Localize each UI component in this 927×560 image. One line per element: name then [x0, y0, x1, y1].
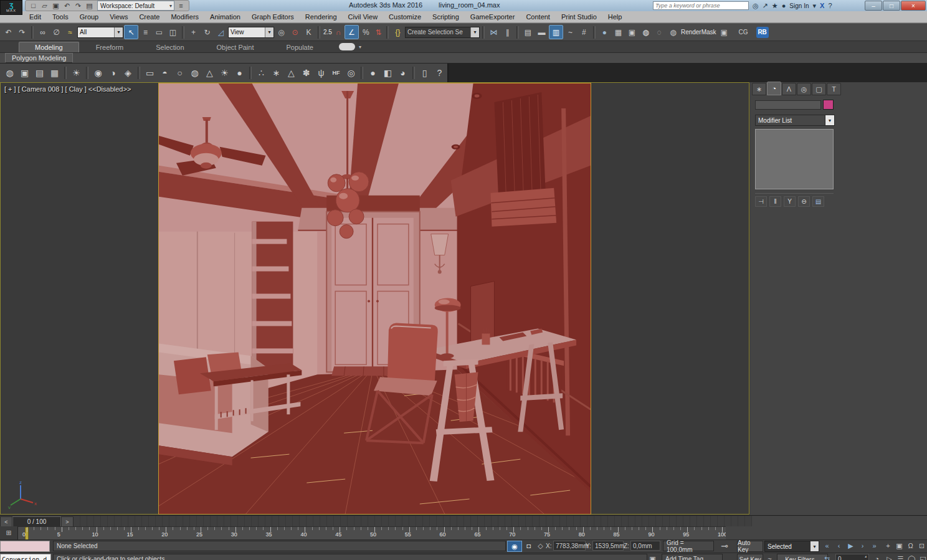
chevron-down-icon[interactable]: ▾ [470, 27, 479, 37]
menu-item-tools[interactable]: Tools [47, 13, 74, 21]
utilities-tab-icon[interactable]: T [827, 83, 841, 95]
x-coordinate-field[interactable]: 7783,38mm [553, 541, 586, 551]
exchange-icon[interactable]: X [820, 2, 824, 9]
rectangular-region-icon[interactable]: ▭ [153, 26, 166, 39]
viewport-canvas[interactable] [159, 83, 591, 514]
previous-frame-icon[interactable]: ‹ [834, 541, 844, 551]
time-slider-track[interactable] [74, 516, 752, 526]
tab-freeform[interactable]: Freeform [80, 42, 140, 52]
play-icon[interactable]: ▶ [845, 541, 856, 551]
menu-item-help[interactable]: Help [602, 13, 628, 21]
hierarchy-tab-icon[interactable]: Λ [782, 83, 796, 95]
stereo-camera-icon[interactable]: ◈ [121, 65, 135, 80]
bind-spacewarp-icon[interactable]: ≈ [64, 26, 77, 39]
selection-set-dropdown[interactable]: Selected ▾ [764, 541, 819, 552]
select-by-name-icon[interactable]: ≡ [139, 26, 152, 39]
go-to-end-icon[interactable]: » [869, 541, 880, 551]
dome-light-icon[interactable]: ◓ [158, 65, 172, 80]
align-icon[interactable]: ∥ [501, 26, 514, 39]
save-file-icon[interactable]: ▣ [51, 1, 60, 10]
camera-icon[interactable]: ◉ [91, 65, 105, 80]
zoom-extents-icon[interactable]: ▣ [894, 541, 905, 551]
add-time-tag[interactable]: Add Time Tag [662, 554, 723, 560]
max-logo-button[interactable]: Ʒ MAX [0, 0, 22, 15]
render-setup-icon[interactable]: ▦ [612, 26, 625, 39]
communication-icon[interactable]: ↗ [763, 2, 768, 10]
scene-explorer-icon[interactable]: ▥ [549, 25, 563, 39]
select-rotate-icon[interactable]: ↻ [201, 26, 214, 39]
exposure-icon[interactable]: ◑ [106, 65, 120, 80]
redo-icon[interactable]: ↷ [16, 26, 29, 39]
pin-stack-icon[interactable]: ⊣ [755, 196, 767, 207]
grass-icon[interactable]: ψ [314, 65, 328, 80]
pan-icon[interactable]: ☰ [895, 554, 906, 560]
field-of-view-icon[interactable]: Ω [905, 541, 916, 551]
display-tab-icon[interactable]: ▢ [812, 83, 826, 95]
chevron-down-icon[interactable]: ▾ [825, 115, 834, 125]
workspace-menu-icon[interactable]: ≡ [176, 1, 186, 10]
curve-editor-icon[interactable]: ~ [564, 26, 577, 39]
default-tangent-curve-icon[interactable]: ~ [764, 554, 775, 560]
chevron-down-icon[interactable]: ▾ [265, 27, 273, 37]
z-coordinate-field[interactable]: 0,0mm [630, 541, 660, 551]
help-icon[interactable]: ? [828, 2, 832, 9]
render-mask-icon[interactable]: ◍ [667, 26, 680, 39]
motion-tab-icon[interactable]: ◎ [797, 83, 811, 95]
select-move-icon[interactable]: + [187, 26, 200, 39]
edit-named-sets-icon[interactable]: {} [391, 26, 404, 39]
next-frame-button[interactable]: > [61, 516, 74, 527]
snap-toggle-icon[interactable]: ∩ [333, 26, 344, 39]
menu-item-gameexporter[interactable]: GameExporter [465, 13, 521, 21]
ribbon-toggle-icon[interactable]: ▬ [535, 26, 548, 39]
create-tab-icon[interactable]: ∗ [752, 83, 766, 95]
select-link-icon[interactable]: ∞ [36, 26, 49, 39]
rb-badge-icon[interactable]: RB [756, 27, 769, 38]
lock-selection-icon[interactable]: ◘ [523, 541, 534, 551]
use-pivot-center-icon[interactable]: ◎ [275, 26, 288, 39]
menu-item-rendering[interactable]: Rendering [300, 13, 343, 21]
chevron-down-icon[interactable]: ▾ [359, 44, 361, 50]
menu-item-graph-editors[interactable]: Graph Editors [246, 13, 300, 21]
chevron-down-icon[interactable]: ▾ [811, 541, 819, 551]
new-scene-icon[interactable]: □ [29, 1, 38, 10]
previous-frame-button[interactable]: < [0, 516, 12, 527]
modifier-list-dropdown[interactable]: Modifier List ▾ [755, 115, 835, 126]
lightbulb-icon[interactable]: ☀ [69, 65, 83, 80]
maximize-viewport-toggle-icon[interactable]: ◱ [918, 554, 927, 560]
pf-source-icon[interactable]: ∗ [269, 65, 283, 80]
camera-match-icon[interactable]: △ [284, 65, 298, 80]
close-button[interactable]: × [901, 1, 926, 11]
particles-icon[interactable]: ∴ [254, 65, 269, 80]
rendered-frame-window-icon[interactable]: ▣ [17, 65, 32, 80]
ox-swirl-icon[interactable]: ◎ [344, 65, 358, 80]
menu-item-civil-view[interactable]: Civil View [343, 13, 383, 21]
camera-safe-frame[interactable] [158, 83, 591, 515]
percent-snap-icon[interactable]: % [359, 26, 373, 39]
menu-item-scripting[interactable]: Scripting [427, 13, 465, 21]
favorites-star-icon[interactable]: ★ [772, 2, 778, 10]
mini-curve-editor-icon[interactable]: ⊞ [0, 526, 18, 539]
menu-item-views[interactable]: Views [104, 13, 133, 21]
open-file-icon[interactable]: ▱ [40, 1, 49, 10]
configure-modifier-sets-icon[interactable]: ▤ [812, 196, 824, 207]
auto-key-button[interactable]: Auto Key [737, 541, 763, 552]
tab-modeling[interactable]: Modeling [19, 42, 79, 52]
selection-filter-dropdown[interactable]: All ▾ [77, 27, 123, 38]
keyboard-override-icon[interactable]: K [302, 26, 315, 39]
sphere-light-icon[interactable]: ● [232, 65, 247, 80]
menu-item-customize[interactable]: Customize [383, 13, 427, 21]
locked-material-icon[interactable]: ◧ [381, 65, 395, 80]
rendered-frame-window-icon[interactable]: ▣ [718, 26, 731, 39]
y-coordinate-field[interactable]: 1539,5mm [592, 541, 624, 551]
chevron-down-icon[interactable]: ▾ [813, 2, 817, 10]
isolate-selection-icon[interactable]: ◉ [507, 541, 522, 552]
chevron-down-icon[interactable]: ▾ [114, 27, 123, 37]
menu-item-animation[interactable]: Animation [204, 13, 246, 21]
next-frame-icon[interactable]: › [857, 541, 868, 551]
compound-material-icon[interactable]: ◕ [396, 65, 410, 80]
material-ball-icon[interactable]: ● [366, 65, 380, 80]
render-production-icon[interactable]: ◍ [639, 26, 652, 39]
cone-light-icon[interactable]: △ [202, 65, 217, 80]
time-configuration-icon[interactable]: ◔ [872, 554, 882, 560]
object-color-swatch[interactable] [823, 100, 834, 110]
